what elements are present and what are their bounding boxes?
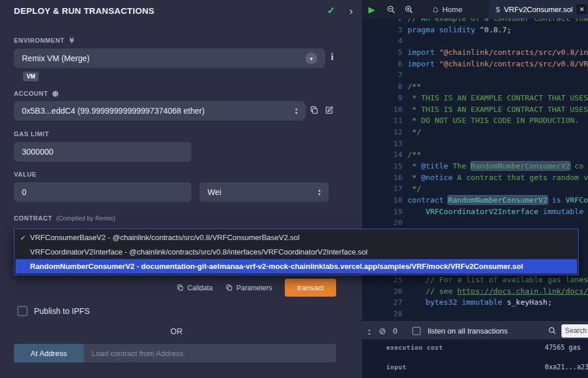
environment-value: Remix VM (Merge) [22,54,89,63]
terminal-search-input[interactable] [561,324,588,338]
value-label: VALUE [14,171,36,178]
deploy-actions: Calldata Parameters transact [14,279,336,297]
plug-icon [69,36,75,44]
clear-console-icon[interactable]: ⊘ [379,327,386,335]
terminal-output: execution cost47565 gasinput0xa21...a23e [362,339,588,378]
solidity-icon: $ [496,5,500,14]
terminal-row-value: 47565 gas [545,343,581,351]
chevron-right-icon[interactable]: › [349,5,353,16]
line-number: 13 [362,138,402,149]
info-icon[interactable]: i [331,52,333,62]
listen-label: listen on all transactions [428,327,508,335]
parameters-button[interactable]: Parameters [225,284,272,292]
zoom-out-icon[interactable] [387,5,395,14]
edit-icon[interactable] [325,106,334,115]
code-line: 28 [362,308,588,320]
line-number: 3 [362,24,402,36]
line-number: 7 [362,69,402,81]
value-unit-select[interactable]: Wei ▴▾ [199,182,329,202]
account-value: 0x5B3...eddC4 (99.99999999999997374068 e… [22,106,205,115]
tab-home[interactable]: ⌂ Home [421,0,474,18]
contract-option[interactable]: VRFCoordinatorV2Interface - @chainlink/c… [16,245,577,259]
line-number: 9 [362,92,402,104]
account-select[interactable]: 0x5B3...eddC4 (99.99999999999997374068 e… [14,101,306,121]
line-number: 18 [362,194,402,206]
line-text: * THIS IS AN EXAMPLE CONTRACT THAT USES [408,92,588,104]
line-number: 8 [362,81,402,92]
code-line: 7 [362,69,588,81]
editor-panel: ▶ ⌂ Home $ VRFv2Consumer.sol ✕ [362,0,588,378]
zoom-in-icon[interactable] [405,5,413,14]
vm-badge: VM [23,72,39,81]
panel-header: DEPLOY & RUN TRANSACTIONS ✓ › [0,0,362,22]
contract-option-label: VRFCoordinatorV2Interface - @chainlink/c… [30,248,367,256]
code-line: 25 // For a list of available gas lanes [362,274,588,286]
publish-ipfs-label: Publish to IPFS [34,306,90,316]
calldata-button[interactable]: Calldata [176,284,213,292]
code-line: 27 bytes32 immutable s_keyHash; [362,297,588,308]
line-number: 27 [362,297,402,308]
caret-updown-icon[interactable]: ▴▾ [318,188,321,196]
terminal-search [548,324,588,338]
deploy-run-panel: DEPLOY & RUN TRANSACTIONS ✓ › ENVIRONMEN… [0,0,362,378]
code-line: 18contract RandomNumberConsumerV2 is VRF… [362,194,588,206]
code-line: 17 */ [362,183,588,194]
line-text: * DO NOT USE THIS CODE IN PRODUCTION. [408,115,579,126]
at-address-input[interactable] [84,344,336,362]
code-line: 12 */ [362,126,588,138]
at-address-button[interactable]: At Address [14,344,84,362]
panel-title: DEPLOY & RUN TRANSACTIONS [14,6,327,16]
code-line: 11 * DO NOT USE THIS CODE IN PRODUCTION. [362,115,588,126]
value-input[interactable] [14,182,191,202]
terminal-row-label: execution cost [386,344,545,351]
gas-limit-input[interactable] [14,142,191,162]
play-icon[interactable]: ▶ [368,5,375,14]
line-text: import "@chainlink/contracts/src/v0.8/VR [408,58,588,70]
listen-checkbox[interactable] [412,327,421,335]
code-line: 14/** [362,149,588,160]
line-number: 17 [362,183,402,194]
clipboard-icon [225,284,233,291]
line-number: 26 [362,286,402,297]
code-line: 19 VRFCoordinatorV2Interface immutable [362,206,588,218]
terminal-row: input0xa21...a23e [362,363,588,371]
code-editor[interactable]: 2// An example of a consumer contract th… [362,18,588,321]
line-number: 19 [362,206,402,218]
contract-option[interactable]: ✓VRFConsumerBaseV2 - @chainlink/contract… [16,230,577,245]
at-address-row: At Address [14,344,336,362]
line-number: 15 [362,160,402,172]
line-text: /** [408,149,421,160]
caret-updown-icon[interactable]: ▴▾ [295,107,297,115]
contract-option[interactable]: RandomNumberConsumerV2 - documentation-g… [16,259,577,274]
publish-ipfs-checkbox[interactable] [17,306,28,316]
environment-select[interactable]: Remix VM (Merge) ▾ [14,48,325,68]
plus-circle-icon[interactable]: ⊕ [52,89,59,98]
code-line: 5import "@chainlink/contracts/src/v0.8/i… [362,47,588,58]
line-text: contract RandomNumberConsumerV2 is VRFCo [408,194,588,206]
publish-ipfs-row: Publish to IPFS [17,306,90,316]
home-icon: ⌂ [433,5,439,14]
line-text: * THIS IS AN EXAMPLE CONTRACT THAT USES [408,104,588,115]
transact-button[interactable]: transact [285,279,336,297]
line-number: 14 [362,149,402,160]
tab-vrfv2consumer[interactable]: $ VRFv2Consumer.sol ✕ [489,0,588,18]
contract-option-label: RandomNumberConsumerV2 - documentation-g… [30,262,523,271]
contract-sublabel: (Compiled by Remix) [56,215,116,222]
code-line: 16 * @notice A contract that gets random… [362,172,588,184]
editor-tabbar: ▶ ⌂ Home $ VRFv2Consumer.sol ✕ [362,0,588,18]
code-line: 20 [362,217,588,229]
line-text: bytes32 immutable s_keyHash; [408,297,552,308]
remix-ide: DEPLOY & RUN TRANSACTIONS ✓ › ENVIRONMEN… [0,0,588,378]
contract-option-label: VRFConsumerBaseV2 - @chainlink/contracts… [30,233,300,242]
line-text: // For a list of available gas lanes [408,274,588,286]
contract-label: CONTRACT (Compiled by Remix) [14,215,115,222]
expand-terminal-icon[interactable]: ⌄⌄ [367,327,372,334]
line-text: // An example of a consumer contract tha… [408,18,588,24]
copy-icon[interactable] [310,106,319,115]
chevron-down-icon[interactable]: ▾ [306,53,317,64]
close-icon[interactable]: ✕ [576,4,587,14]
contract-dropdown: ✓VRFConsumerBaseV2 - @chainlink/contract… [14,229,579,275]
terminal-row-label: input [386,364,545,371]
check-icon: ✓ [20,234,30,242]
listen-count: 0 [393,327,397,335]
